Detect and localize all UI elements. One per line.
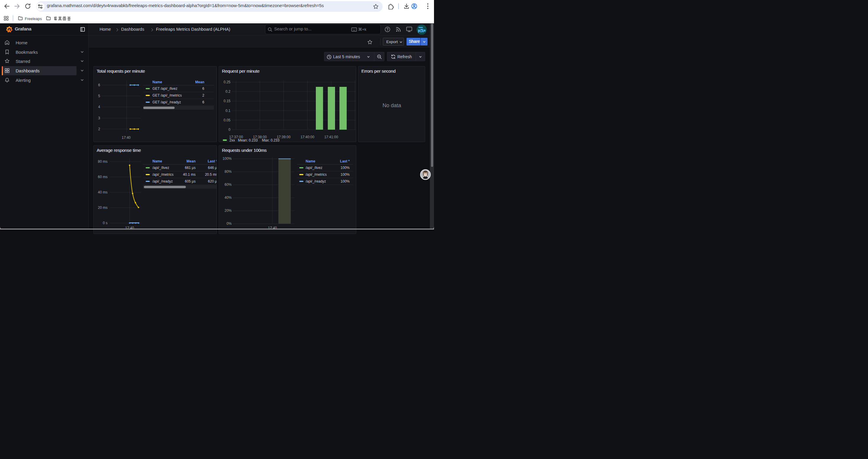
svg-text:0%: 0%: [226, 222, 232, 226]
svg-text:4: 4: [98, 105, 100, 109]
svg-text:40%: 40%: [224, 196, 231, 200]
svg-text:60 ms: 60 ms: [98, 175, 107, 179]
svg-text:100%: 100%: [222, 157, 231, 161]
svg-text:2: 2: [98, 127, 100, 131]
svg-text:40 ms: 40 ms: [98, 190, 107, 194]
svg-text:0.2: 0.2: [225, 90, 230, 94]
svg-text:80 ms: 80 ms: [98, 160, 107, 164]
svg-text:Mean: 0.233: Mean: 0.233: [238, 138, 258, 142]
svg-text:20%: 20%: [224, 208, 231, 213]
svg-text:60%: 60%: [224, 183, 231, 187]
svg-text:0.25: 0.25: [224, 80, 231, 84]
svg-text:80%: 80%: [224, 169, 231, 174]
svg-text:6: 6: [98, 83, 100, 87]
svg-text:3: 3: [98, 116, 100, 120]
svg-text:0: 0: [228, 128, 230, 132]
svg-text:17:40: 17:40: [122, 136, 131, 140]
svg-text:0 s: 0 s: [103, 221, 107, 225]
svg-text:0.15: 0.15: [224, 99, 231, 103]
svg-text:17:41:00: 17:41:00: [324, 135, 338, 139]
svg-text:0.05: 0.05: [224, 118, 231, 122]
svg-text:2xx: 2xx: [229, 138, 235, 142]
svg-text:0.1: 0.1: [225, 109, 230, 113]
svg-text:20 ms: 20 ms: [98, 205, 107, 210]
svg-text:5: 5: [98, 94, 100, 98]
svg-text:Max: 0.233: Max: 0.233: [262, 138, 280, 142]
svg-text:17:40:00: 17:40:00: [301, 135, 314, 139]
